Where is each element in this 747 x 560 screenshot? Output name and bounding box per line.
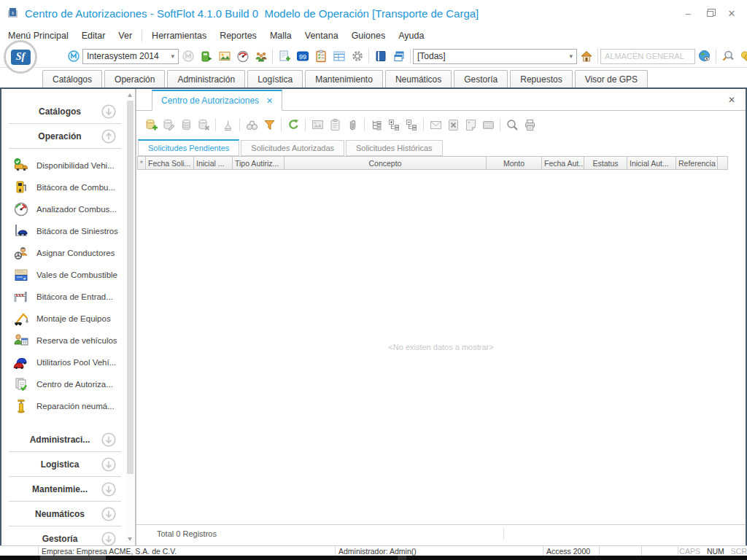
gallery-button[interactable] <box>215 47 233 66</box>
tab-close-icon[interactable]: ✕ <box>266 96 273 106</box>
column-header-referencia[interactable]: Referencia <box>676 156 718 170</box>
delete-record-button[interactable] <box>195 116 212 133</box>
column-header-fecha-solicitud[interactable]: Fecha Soli... <box>146 156 194 170</box>
column-header-tipo-autorizacion[interactable]: Tipo Autiriz... <box>233 156 285 170</box>
minimize-button[interactable]: – <box>677 6 699 20</box>
sidebar-section-neumaticos[interactable]: Neumáticos <box>9 502 121 526</box>
menu-malla[interactable]: Malla <box>263 28 298 44</box>
menu-guiones[interactable]: Guiones <box>345 28 392 44</box>
currency-button[interactable]: $ <box>737 47 747 66</box>
close-button[interactable]: ✕ <box>721 6 743 20</box>
tab-operacion[interactable]: Operación <box>104 70 165 88</box>
sidebar-section-mantenimiento[interactable]: Mantenimie... <box>9 477 121 502</box>
column-header-estatus[interactable]: Estatus <box>584 156 627 170</box>
tools-search-button[interactable] <box>719 47 737 66</box>
image-button[interactable] <box>309 116 326 133</box>
module-m-disabled-button[interactable] <box>179 47 197 66</box>
sidebar-item-siniestros[interactable]: Bitácora de Siniestros <box>1 220 125 242</box>
menu-reportes[interactable]: Reportes <box>213 28 263 44</box>
settings-button[interactable] <box>348 47 366 66</box>
home-button[interactable] <box>577 47 595 66</box>
menu-ver[interactable]: Ver <box>112 28 139 44</box>
sidebar-item-reparacion-neumaticos[interactable]: Reparación neumá... <box>1 395 125 417</box>
filter-button[interactable] <box>260 116 278 133</box>
subtab-solicitudes-autorizadas[interactable]: Solicitudes Autorizadas <box>241 140 344 156</box>
sidebar-section-operacion[interactable]: Operación <box>9 124 121 149</box>
coins-icon: $ <box>740 50 747 63</box>
subtab-solicitudes-pendientes[interactable]: Solicitudes Pendientes <box>138 139 239 156</box>
export-note-button[interactable] <box>462 116 479 133</box>
module-m-button[interactable] <box>64 47 82 66</box>
subtab-solicitudes-historicas[interactable]: Solicitudes Históricas <box>346 140 443 156</box>
sidebar-item-vales-combustible[interactable]: Vales de Combustible <box>1 264 125 286</box>
profile-combobox[interactable]: Interasystem 2014 ▾ <box>82 49 179 64</box>
view-record-button[interactable] <box>177 116 195 133</box>
menu-herramientas[interactable]: Herramientas <box>145 28 213 44</box>
menu-editar[interactable]: Editar <box>75 28 112 44</box>
sidebar-section-gestoria[interactable]: Gestoría <box>9 526 121 545</box>
new-document-button[interactable] <box>275 47 293 66</box>
add-record-button[interactable] <box>142 116 160 133</box>
clipboard-button[interactable] <box>326 116 344 133</box>
export-excel-button[interactable] <box>444 116 462 133</box>
column-header-concepto[interactable]: Concepto <box>285 156 487 170</box>
sidebar-item-asignar-conductores[interactable]: Asignar Conductores <box>1 242 125 264</box>
column-header-fecha-autorizacion[interactable]: Fecha Aut... <box>542 156 584 170</box>
collapse-node-button[interactable] <box>403 116 420 133</box>
refresh-button[interactable] <box>285 116 302 133</box>
search-button[interactable] <box>243 116 260 133</box>
scroll-down-arrow-icon[interactable] <box>128 537 132 541</box>
column-header-monto[interactable]: Monto <box>487 156 542 170</box>
attachments-button[interactable] <box>344 116 361 133</box>
print-button[interactable] <box>521 116 538 133</box>
scroll-up-arrow-icon[interactable] <box>128 93 132 97</box>
personnel-button[interactable] <box>252 47 270 66</box>
grid-module-button[interactable] <box>330 47 348 66</box>
tab-mantenimiento[interactable]: Mantenimiento <box>305 70 383 88</box>
tab-logistica[interactable]: Logística <box>247 70 303 88</box>
sidebar-item-disponibilidad[interactable]: Disponibilidad Vehi... <box>1 155 125 176</box>
column-header-inicial[interactable]: Inicial ... <box>194 156 233 170</box>
checklist-button[interactable] <box>311 47 330 66</box>
expand-tree-button[interactable] <box>368 116 385 133</box>
print-preview-button[interactable] <box>503 116 521 133</box>
sidebar-item-analizador[interactable]: Analizador Combus... <box>1 198 125 220</box>
edit-record-button[interactable] <box>160 116 177 133</box>
tab-catalogos[interactable]: Catálogos <box>42 70 102 88</box>
tab-repuestos[interactable]: Repuestos <box>510 70 572 88</box>
scrollbar-thumb[interactable] <box>127 101 133 474</box>
catalog-panel-button[interactable] <box>371 47 390 66</box>
tab-visor-de-gps[interactable]: Visor de GPS <box>575 70 648 88</box>
sidebar-section-logistica[interactable]: Logistica <box>9 452 121 477</box>
document-tab-centro-autorizaciones[interactable]: Centro de Autorizaciones ✕ <box>152 90 282 111</box>
tab-gestoria[interactable]: Gestoría <box>454 70 508 88</box>
sidebar-section-catalogos[interactable]: Catálogos <box>9 99 121 124</box>
panel-close-button[interactable]: ✕ <box>728 95 735 105</box>
menu-ventana[interactable]: Ventana <box>298 28 345 44</box>
web-button[interactable] <box>695 47 713 66</box>
dashboard-button[interactable] <box>233 47 252 66</box>
sidebar-item-centro-autorizaciones[interactable]: Centro de Autoriza... <box>1 373 125 395</box>
export-txt-button[interactable]: TXT <box>479 116 497 133</box>
tab-neumaticos[interactable]: Neumáticos <box>385 70 452 88</box>
audit-button[interactable] <box>219 116 236 133</box>
warehouse-input[interactable] <box>600 49 695 64</box>
column-header-indicator[interactable]: * <box>137 156 146 170</box>
windows-cascade-button[interactable] <box>390 47 408 66</box>
counter-99-button[interactable]: 99 <box>293 47 311 66</box>
sidebar-section-administracion[interactable]: Administraci... <box>9 427 121 452</box>
sidebar-item-bitacora-entrada[interactable]: Bitácora de Entrad... <box>1 286 125 308</box>
expand-node-button[interactable] <box>385 116 403 133</box>
fuel-module-button[interactable] <box>197 47 215 66</box>
tab-administracion[interactable]: Administración <box>167 70 245 88</box>
sidebar-item-montaje-equipos[interactable]: Montaje de Equipos <box>1 308 125 330</box>
sidebar-item-pool-vehicular[interactable]: Utilitarios Pool Vehí... <box>1 351 125 373</box>
sidebar-scrollbar[interactable] <box>125 89 135 545</box>
email-button[interactable] <box>427 116 444 133</box>
restore-button[interactable] <box>699 6 721 20</box>
column-header-inicial-autorizacion[interactable]: Inicial Aut... <box>627 156 676 170</box>
menu-ayuda[interactable]: Ayuda <box>392 28 430 44</box>
sidebar-item-reserva-vehiculos[interactable]: Reserva de vehículos <box>1 330 125 351</box>
sidebar-item-bitacora-combustible[interactable]: Bitácora de Combu... <box>1 176 125 198</box>
branch-filter-combobox[interactable]: [Todas] ▾ <box>413 49 577 64</box>
